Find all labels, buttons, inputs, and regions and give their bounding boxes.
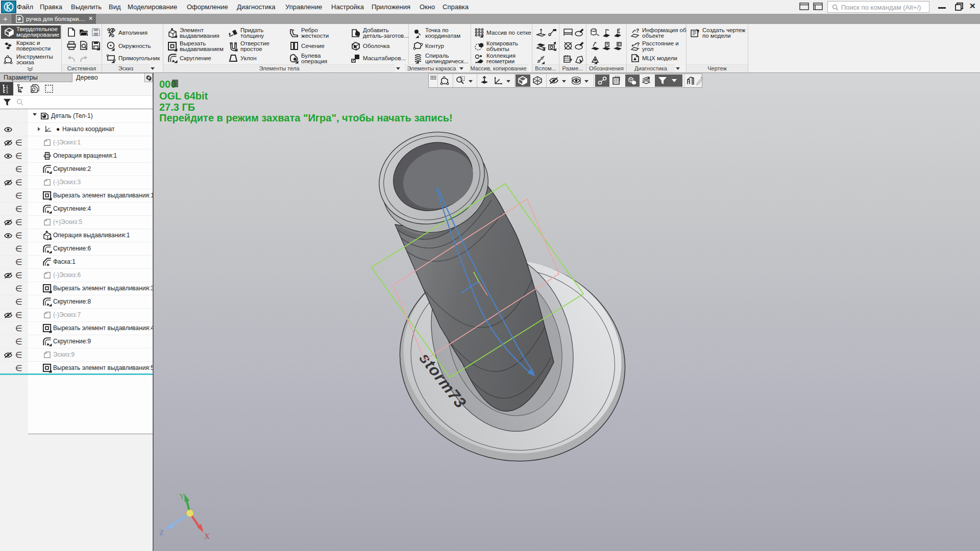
svg-text:Z: Z	[159, 529, 164, 537]
svg-text:X: X	[204, 532, 210, 540]
svg-text:Y: Y	[179, 492, 185, 500]
svg-text:123: 123	[6, 85, 8, 94]
